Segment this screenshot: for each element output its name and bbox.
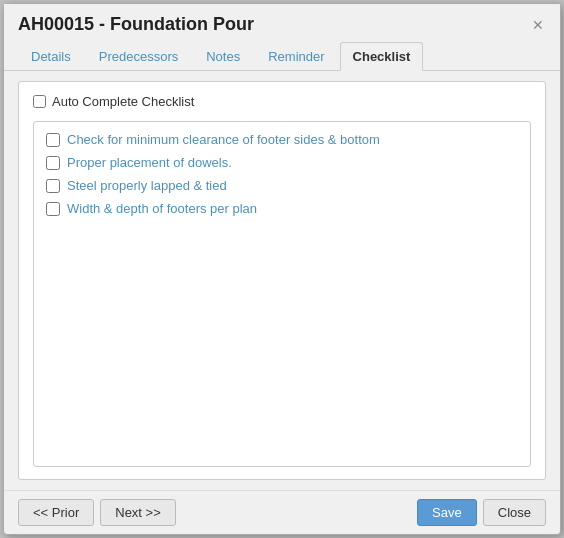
checklist-checkbox-2[interactable]	[46, 156, 60, 170]
save-button[interactable]: Save	[417, 499, 477, 526]
next-button[interactable]: Next >>	[100, 499, 176, 526]
checklist-inner: Check for minimum clearance of footer si…	[33, 121, 531, 467]
dialog-title: AH00015 - Foundation Pour	[18, 14, 254, 35]
checklist-item-1: Check for minimum clearance of footer si…	[46, 132, 518, 147]
checklist-checkbox-4[interactable]	[46, 202, 60, 216]
dialog-body: Auto Complete Checklist Check for minimu…	[4, 71, 560, 490]
prior-button[interactable]: << Prior	[18, 499, 94, 526]
tab-reminder[interactable]: Reminder	[255, 42, 337, 71]
auto-complete-checkbox[interactable]	[33, 95, 46, 108]
checklist-item-label-4: Width & depth of footers per plan	[67, 201, 257, 216]
tab-details[interactable]: Details	[18, 42, 84, 71]
checklist-item-4: Width & depth of footers per plan	[46, 201, 518, 216]
tab-notes[interactable]: Notes	[193, 42, 253, 71]
title-bar: AH00015 - Foundation Pour ✕	[4, 4, 560, 41]
checklist-item-3: Steel properly lapped & tied	[46, 178, 518, 193]
dialog-footer: << Prior Next >> Save Close	[4, 490, 560, 534]
checklist-outer: Auto Complete Checklist Check for minimu…	[18, 81, 546, 480]
footer-left: << Prior Next >>	[18, 499, 176, 526]
checklist-item-label-1: Check for minimum clearance of footer si…	[67, 132, 380, 147]
checklist-item-2: Proper placement of dowels.	[46, 155, 518, 170]
checklist-checkbox-3[interactable]	[46, 179, 60, 193]
tab-checklist[interactable]: Checklist	[340, 42, 424, 71]
close-x-button[interactable]: ✕	[530, 17, 546, 33]
tab-predecessors[interactable]: Predecessors	[86, 42, 191, 71]
checklist-checkbox-1[interactable]	[46, 133, 60, 147]
footer-right: Save Close	[417, 499, 546, 526]
dialog: AH00015 - Foundation Pour ✕ Details Pred…	[3, 3, 561, 535]
auto-complete-row: Auto Complete Checklist	[33, 94, 531, 109]
auto-complete-label: Auto Complete Checklist	[52, 94, 194, 109]
close-button[interactable]: Close	[483, 499, 546, 526]
checklist-item-label-3: Steel properly lapped & tied	[67, 178, 227, 193]
tab-bar: Details Predecessors Notes Reminder Chec…	[4, 41, 560, 71]
checklist-item-label-2: Proper placement of dowels.	[67, 155, 232, 170]
